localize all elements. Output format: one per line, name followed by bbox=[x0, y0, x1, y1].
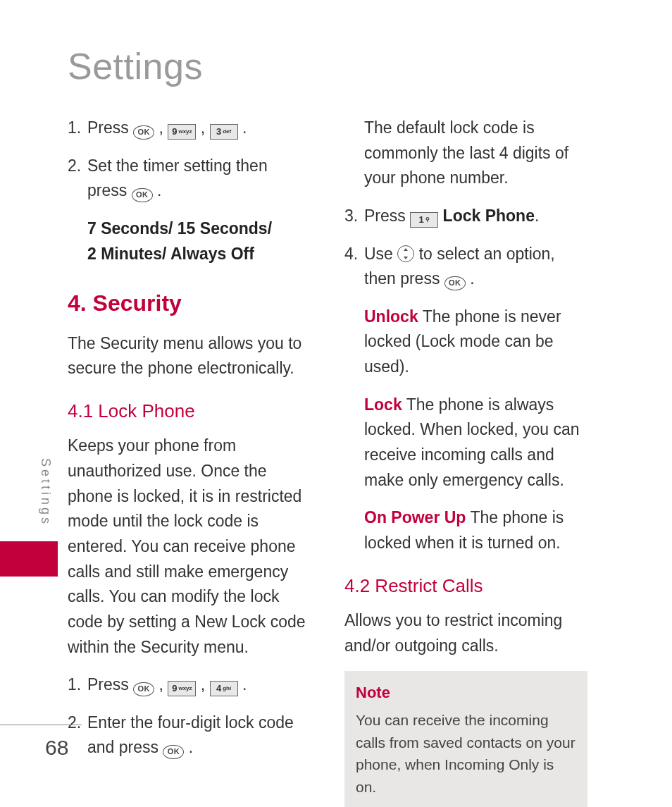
step-number: 2. bbox=[68, 154, 87, 204]
lock-phone-label: Lock Phone bbox=[443, 207, 535, 225]
page-number: 68 bbox=[45, 736, 68, 760]
text: , bbox=[201, 675, 210, 694]
ok-icon: OK bbox=[133, 682, 154, 696]
key-4-icon: 4ghi bbox=[210, 681, 238, 696]
lock-phone-desc: Keeps your phone from unauthorized use. … bbox=[68, 433, 311, 660]
text: Press bbox=[87, 675, 133, 694]
security-intro: The Security menu allows you to secure t… bbox=[68, 331, 311, 381]
content-columns: 1. Press OK , 9wxyz , 3def . 2. Set the … bbox=[68, 116, 616, 807]
side-tab-label: Settings bbox=[38, 458, 53, 526]
heading-restrict-calls: 4.2 Restrict Calls bbox=[344, 572, 587, 600]
key-3-icon: 3def bbox=[210, 124, 238, 140]
footer-rule bbox=[0, 725, 82, 725]
step-1: 1. Press OK , 9wxyz , 3def . bbox=[68, 116, 311, 141]
step-body: Press OK , 9wxyz , 3def . bbox=[87, 116, 311, 141]
ok-icon: OK bbox=[132, 188, 153, 202]
heading-lock-phone: 4.1 Lock Phone bbox=[68, 397, 311, 425]
timer-options: 7 Seconds/ 15 Seconds/ 2 Minutes/ Always… bbox=[87, 216, 311, 266]
text: . bbox=[189, 738, 193, 756]
key-9-icon: 9wxyz bbox=[168, 681, 196, 696]
page-title: Settings bbox=[68, 45, 616, 87]
option-on-power-up: On Power Up The phone is locked when it … bbox=[364, 505, 587, 555]
step-number: 4. bbox=[344, 242, 364, 292]
heading-security: 4. Security bbox=[68, 286, 311, 321]
text: , bbox=[159, 675, 168, 694]
note-body: You can receive the incoming calls from … bbox=[356, 709, 576, 798]
step-body: Press OK , 9wxyz , 4ghi . bbox=[87, 672, 311, 698]
text: , bbox=[201, 118, 210, 137]
text: Press bbox=[364, 207, 410, 225]
option-lock: Lock The phone is always locked. When lo… bbox=[364, 393, 587, 493]
unlock-label: Unlock bbox=[364, 307, 418, 326]
step-body: Press 1⚲ Lock Phone. bbox=[364, 204, 587, 229]
step-body: Set the timer setting then press OK . bbox=[87, 154, 311, 204]
step-number: 1. bbox=[68, 116, 87, 141]
text: . bbox=[242, 118, 247, 137]
lock-step-2: 2. Enter the four-digit lock code and pr… bbox=[68, 710, 311, 760]
step-4: 4. Use to select an option, then press O… bbox=[344, 242, 587, 292]
restrict-calls-desc: Allows you to restrict incoming and/or o… bbox=[344, 608, 587, 658]
key-9-icon: 9wxyz bbox=[168, 124, 196, 140]
text: Press bbox=[87, 118, 133, 137]
option-line: 7 Seconds/ 15 Seconds/ bbox=[87, 216, 311, 242]
ok-icon: OK bbox=[133, 125, 154, 140]
nav-up-down-icon bbox=[397, 245, 414, 262]
option-unlock: Unlock The phone is never locked (Lock m… bbox=[364, 304, 587, 380]
left-column: 1. Press OK , 9wxyz , 3def . 2. Set the … bbox=[68, 116, 311, 807]
note-title: Note bbox=[356, 681, 576, 705]
step-number: 2. bbox=[68, 710, 87, 760]
manual-page: Settings 1. Press OK , 9wxyz , 3def . 2. bbox=[0, 0, 672, 807]
text: . bbox=[470, 269, 474, 288]
step-3: 3. Press 1⚲ Lock Phone. bbox=[344, 204, 587, 229]
ok-icon: OK bbox=[163, 745, 184, 759]
ok-icon: OK bbox=[444, 276, 466, 290]
lock-step-1: 1. Press OK , 9wxyz , 4ghi . bbox=[68, 672, 311, 698]
step-body: Enter the four-digit lock code and press… bbox=[87, 710, 311, 760]
text: . bbox=[157, 181, 161, 199]
right-column: The default lock code is commonly the la… bbox=[344, 116, 587, 807]
side-tab-marker bbox=[0, 541, 58, 577]
note-box: Note You can receive the incoming calls … bbox=[344, 671, 587, 807]
text: Set the timer setting then press bbox=[87, 156, 268, 200]
lock-label: Lock bbox=[364, 395, 402, 414]
text: , bbox=[159, 118, 168, 137]
on-power-up-label: On Power Up bbox=[364, 508, 466, 526]
step-number: 1. bbox=[68, 672, 87, 698]
text: Use bbox=[364, 245, 397, 263]
step-2: 2. Set the timer setting then press OK . bbox=[68, 154, 311, 204]
text: . bbox=[242, 675, 247, 694]
option-line: 2 Minutes/ Always Off bbox=[87, 242, 311, 267]
default-lock-code: The default lock code is commonly the la… bbox=[364, 116, 587, 191]
text: . bbox=[535, 207, 539, 225]
step-number: 3. bbox=[344, 204, 364, 229]
key-1-icon: 1⚲ bbox=[410, 212, 438, 228]
step-body: Use to select an option, then press OK . bbox=[364, 242, 587, 292]
